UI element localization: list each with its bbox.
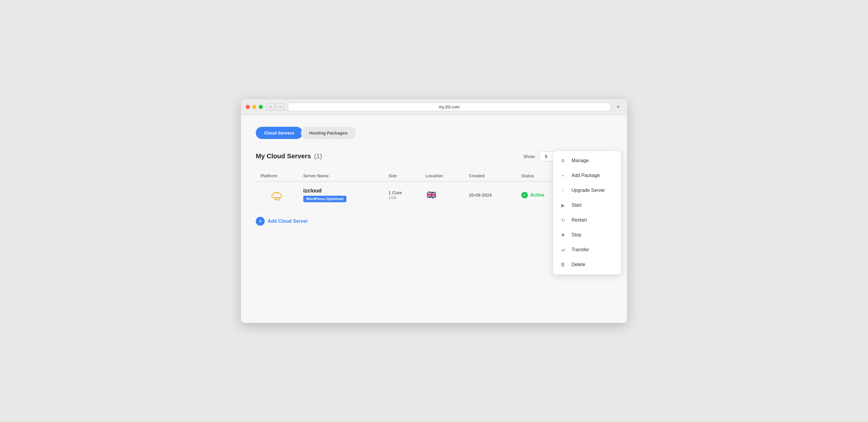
transfer-icon: ⇄ [560, 247, 566, 253]
trash-icon: 🗑 [560, 261, 566, 268]
add-server-label: Add Cloud Server [268, 219, 308, 224]
section-title: My Cloud Servers (1) [256, 152, 322, 160]
traffic-lights [246, 105, 263, 109]
location-flag: 🇬🇧 [425, 189, 437, 201]
status-text: Active [530, 192, 545, 198]
wp-badge: WordPress Optimised [303, 196, 346, 202]
menu-label-start: Start [571, 202, 582, 208]
col-created: Created [464, 170, 517, 182]
size-cores: 1 Core [389, 190, 402, 195]
menu-item-start[interactable]: ▶ Start [553, 198, 621, 213]
arrow-up-icon: ↑ [560, 187, 566, 194]
browser-chrome: < > my.20i.com + [241, 99, 627, 115]
menu-item-stop[interactable]: ■ Stop [553, 227, 621, 242]
context-menu: ⚙ Manage ＋ Add Package ↑ Upgrade Server … [553, 151, 621, 275]
platform-logo [260, 190, 294, 200]
menu-label-stop: Stop [571, 232, 581, 237]
tab-bar: Cloud Servers Hosting Packages [256, 127, 612, 139]
close-button[interactable] [246, 105, 250, 109]
izcloud-icon [271, 190, 284, 200]
tab-hosting-packages[interactable]: Hosting Packages [301, 127, 356, 139]
menu-item-upgrade-server[interactable]: ↑ Upgrade Server [553, 183, 621, 198]
add-icon: + [256, 217, 265, 226]
menu-label-manage: Manage [571, 158, 589, 163]
menu-label-upgrade-server: Upgrade Server [571, 188, 605, 193]
cell-platform [256, 182, 299, 208]
server-name-text: izcloud [303, 188, 379, 194]
forward-button[interactable]: > [276, 103, 284, 110]
status-check-icon: ✓ [521, 192, 528, 198]
minimize-button[interactable] [252, 105, 256, 109]
menu-label-restart: Restart [571, 217, 587, 223]
section-title-text: My Cloud Servers [256, 152, 311, 160]
col-location: Location [421, 170, 464, 182]
menu-item-delete[interactable]: 🗑 Delete [553, 257, 621, 272]
menu-item-transfer[interactable]: ⇄ Transfer [553, 242, 621, 257]
menu-label-delete: Delete [571, 262, 585, 267]
menu-item-add-package[interactable]: ＋ Add Package [553, 168, 621, 183]
back-button[interactable]: < [267, 103, 275, 110]
plus-icon: ＋ [560, 172, 566, 179]
menu-item-restart[interactable]: ↻ Restart [553, 213, 621, 227]
nav-buttons: < > [267, 103, 284, 110]
col-platform: Platform [256, 170, 299, 182]
new-tab-button[interactable]: + [614, 103, 622, 111]
address-bar[interactable]: my.20i.com [288, 103, 611, 111]
show-label: Show: [523, 154, 536, 159]
cell-created: 20-09-2024 [464, 182, 517, 208]
section-count: (1) [314, 152, 322, 160]
cell-size: 1 Core 1GB [384, 182, 421, 208]
page-content: Cloud Servers Hosting Packages My Cloud … [241, 115, 627, 323]
stop-icon: ■ [560, 232, 566, 238]
cell-location: 🇬🇧 [421, 182, 464, 208]
play-icon: ▶ [560, 202, 566, 208]
menu-item-manage[interactable]: ⚙ Manage [553, 153, 621, 168]
col-size: Size [384, 170, 421, 182]
restart-icon: ↻ [560, 217, 566, 223]
gear-icon: ⚙ [560, 157, 566, 164]
col-server-name: Server Name [299, 170, 384, 182]
browser-window: < > my.20i.com + Cloud Servers Hosting P… [241, 99, 627, 323]
cell-server-name: izcloud WordPress Optimised [299, 182, 384, 208]
fullscreen-button[interactable] [259, 105, 263, 109]
menu-label-add-package: Add Package [571, 173, 600, 178]
tab-cloud-servers[interactable]: Cloud Servers [256, 127, 303, 139]
add-cloud-server-button[interactable]: + Add Cloud Server [256, 217, 308, 226]
created-date: 20-09-2024 [469, 192, 492, 197]
size-ram: 1GB [389, 195, 416, 200]
menu-label-transfer: Transfer [571, 247, 589, 253]
